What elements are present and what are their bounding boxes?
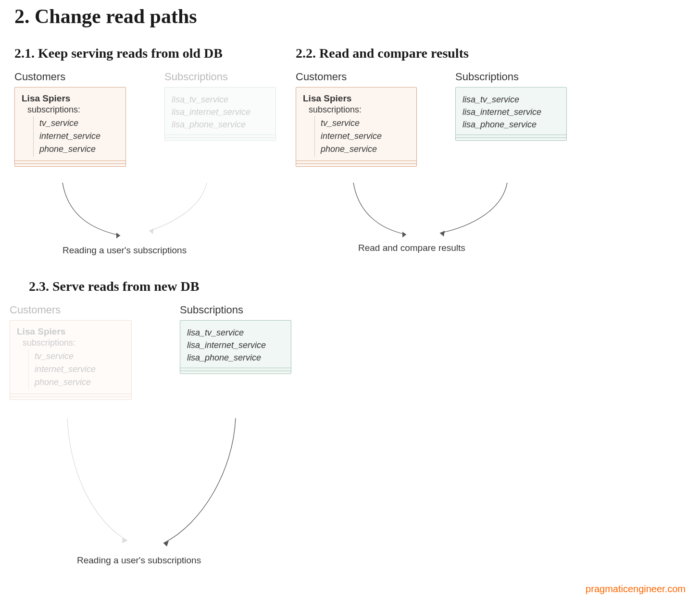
sub-item: phone_service xyxy=(39,143,119,156)
customer-name: Lisa Spiers xyxy=(303,93,410,104)
main-title: 2. Change read paths xyxy=(14,5,197,28)
sub-item: phone_service xyxy=(35,376,125,389)
section-2-1-title: 2.1. Keep serving reads from old DB xyxy=(14,46,303,61)
sub-item: phone_service xyxy=(321,143,410,156)
ext-sub-item: lisa_tv_service xyxy=(462,93,560,106)
subscriptions-box: lisa_tv_service lisa_internet_service li… xyxy=(180,320,291,374)
customers-box: Lisa Spiers subscriptions: tv_service in… xyxy=(10,320,132,400)
arrows-2-1 xyxy=(14,183,303,250)
sub-item: tv_service xyxy=(321,117,410,130)
sub-item: tv_service xyxy=(35,350,125,363)
subscriptions-box: lisa_tv_service lisa_internet_service li… xyxy=(164,87,276,141)
caption-2-3: Reading a user's subscriptions xyxy=(77,555,201,566)
customers-box: Lisa Spiers subscriptions: tv_service in… xyxy=(296,87,417,167)
ext-sub-item: lisa_tv_service xyxy=(172,93,269,106)
sub-label: subscriptions: xyxy=(23,338,125,348)
sub-label: subscriptions: xyxy=(309,105,410,115)
sub-item: internet_service xyxy=(35,363,125,376)
customer-name: Lisa Spiers xyxy=(22,93,119,104)
svg-marker-2 xyxy=(402,232,406,237)
subscriptions-box: lisa_tv_service lisa_internet_service li… xyxy=(455,87,567,141)
caption-2-1: Reading a user's subscriptions xyxy=(62,245,187,256)
sub-list: tv_service internet_service phone_servic… xyxy=(33,116,119,157)
arrows-2-2 xyxy=(296,183,632,250)
sub-list: tv_service internet_service phone_servic… xyxy=(28,349,125,390)
subscriptions-panel: Subscriptions lisa_tv_service lisa_inter… xyxy=(455,71,567,141)
ext-sub-item: lisa_phone_service xyxy=(462,118,560,131)
caption-2-2: Read and compare results xyxy=(358,243,465,253)
svg-marker-3 xyxy=(440,231,445,236)
ext-sub-item: lisa_phone_service xyxy=(187,351,284,364)
subscriptions-title: Subscriptions xyxy=(455,71,567,83)
customers-title: Customers xyxy=(14,71,126,83)
ext-sub-item: lisa_internet_service xyxy=(187,339,284,351)
subscriptions-title: Subscriptions xyxy=(164,71,276,83)
customers-title: Customers xyxy=(296,71,417,83)
svg-marker-1 xyxy=(149,228,154,234)
ext-sub-item: lisa_tv_service xyxy=(187,326,284,339)
sub-item: internet_service xyxy=(39,130,119,143)
arrows-2-3 xyxy=(10,418,346,558)
customers-box: Lisa Spiers subscriptions: tv_service in… xyxy=(14,87,126,167)
sub-item: tv_service xyxy=(39,117,119,130)
sub-item: internet_service xyxy=(321,130,410,143)
section-2-1: 2.1. Keep serving reads from old DB Cust… xyxy=(14,46,303,167)
attribution: pragmaticengineer.com xyxy=(586,584,686,595)
svg-marker-0 xyxy=(116,233,120,238)
ext-sub-item: lisa_internet_service xyxy=(462,106,560,118)
section-2-3-title: 2.3. Serve reads from new DB xyxy=(29,279,365,294)
customers-panel: Customers Lisa Spiers subscriptions: tv_… xyxy=(296,71,417,167)
section-2-3: 2.3. Serve reads from new DB Customers L… xyxy=(29,279,365,400)
svg-marker-4 xyxy=(122,537,127,543)
sub-list: tv_service internet_service phone_servic… xyxy=(314,116,410,157)
section-2-2-title: 2.2. Read and compare results xyxy=(296,46,632,61)
customers-panel: Customers Lisa Spiers subscriptions: tv_… xyxy=(14,71,126,167)
subscriptions-panel-faded: Subscriptions lisa_tv_service lisa_inter… xyxy=(164,71,276,141)
ext-sub-item: lisa_phone_service xyxy=(172,118,269,131)
subscriptions-panel: Subscriptions lisa_tv_service lisa_inter… xyxy=(180,304,291,374)
customers-panel-faded: Customers Lisa Spiers subscriptions: tv_… xyxy=(10,304,132,400)
sub-label: subscriptions: xyxy=(27,105,119,115)
customers-title: Customers xyxy=(10,304,132,316)
section-2-2: 2.2. Read and compare results Customers … xyxy=(296,46,632,167)
subscriptions-title: Subscriptions xyxy=(180,304,291,316)
ext-sub-item: lisa_internet_service xyxy=(172,106,269,118)
svg-marker-5 xyxy=(163,541,169,547)
customer-name: Lisa Spiers xyxy=(17,326,125,337)
